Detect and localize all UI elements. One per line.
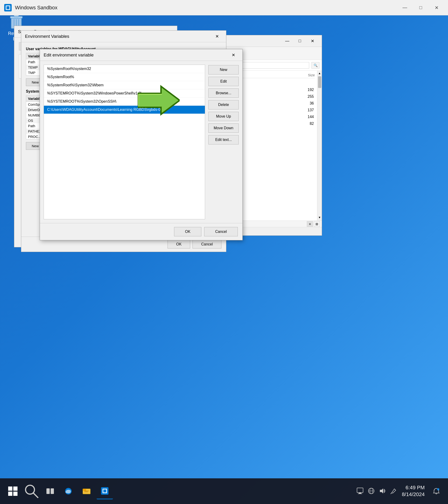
- svg-rect-8: [6, 6, 9, 9]
- edit-env-ok-btn[interactable]: OK: [174, 227, 201, 236]
- fe-scrollbar[interactable]: ▲ ▼: [317, 71, 322, 220]
- edit-env-cancel-btn[interactable]: Cancel: [204, 227, 238, 236]
- volume-icon: [379, 487, 386, 494]
- edit-env-edit-text-btn[interactable]: Edit text...: [208, 135, 239, 144]
- envvars-titlebar: Environment Variables ✕: [21, 31, 226, 42]
- network-icon: [368, 487, 375, 494]
- svg-rect-18: [46, 488, 50, 494]
- fe-row-size: 82: [295, 122, 314, 126]
- fe-scroll-down[interactable]: ▼: [318, 216, 322, 219]
- list-item[interactable]: %SystemRoot%: [44, 73, 205, 81]
- fe-row-size: 192: [295, 88, 314, 92]
- svg-rect-12: [8, 486, 12, 491]
- fe-close-btn[interactable]: ✕: [306, 36, 319, 46]
- svg-line-35: [391, 493, 392, 494]
- list-item[interactable]: %SYSTEMROOT%\System32\WindowsPowerShell\…: [44, 89, 205, 98]
- fe-row-size: 36: [295, 101, 314, 106]
- svg-rect-24: [84, 492, 88, 492]
- svg-text:1: 1: [438, 489, 439, 491]
- list-item[interactable]: C:\Users\WDAGUtilityAccount\Documents\Le…: [44, 106, 205, 114]
- taskbar-pen-btn[interactable]: [390, 487, 397, 495]
- edit-env-close-btn[interactable]: ✕: [228, 50, 239, 60]
- svg-rect-15: [13, 492, 18, 496]
- task-view-icon: [46, 487, 54, 495]
- notification-icon: 1: [433, 487, 440, 495]
- sandbox-close-btn[interactable]: ✕: [429, 2, 444, 14]
- taskbar-task-view-btn[interactable]: [42, 483, 58, 499]
- envvars-close-btn[interactable]: ✕: [212, 32, 222, 41]
- fe-scroll-up[interactable]: ▲: [318, 72, 322, 75]
- fe-row-size: 144: [295, 115, 314, 119]
- edit-env-titlebar: Edit environment variable ✕: [40, 49, 242, 61]
- edit-env-new-btn[interactable]: New: [208, 65, 239, 74]
- edit-env-move-down-btn[interactable]: Move Down: [208, 124, 239, 133]
- taskbar-start-btn[interactable]: [5, 483, 21, 499]
- fe-controls: — □ ✕: [281, 36, 319, 46]
- explorer-icon: [82, 487, 91, 495]
- taskbar-systray: [357, 487, 397, 495]
- taskbar-search-btn[interactable]: [23, 483, 40, 499]
- taskbar-clock[interactable]: 6:49 PM 8/14/2024: [402, 485, 425, 498]
- taskbar-sandbox-btn[interactable]: [97, 483, 113, 499]
- svg-rect-13: [13, 486, 18, 491]
- svg-line-17: [33, 493, 38, 498]
- fe-search-btn[interactable]: 🔍: [311, 62, 320, 69]
- svg-marker-34: [380, 488, 383, 493]
- edit-env-browse-btn[interactable]: Browse...: [208, 89, 239, 98]
- fe-list-view-btn[interactable]: ≡: [307, 221, 313, 227]
- fe-scroll-thumb[interactable]: [318, 76, 321, 88]
- edit-env-content: %SystemRoot%\system32 %SystemRoot% %Syst…: [40, 61, 242, 223]
- edit-env-btns: New Edit Browse... Delete Move Up Move D…: [208, 65, 239, 219]
- edit-env-title: Edit environment variable: [44, 53, 228, 58]
- taskbar-volume-btn[interactable]: [379, 487, 386, 495]
- sandbox-minimize-btn[interactable]: —: [397, 2, 412, 14]
- sandbox-icon: [4, 3, 12, 12]
- edit-env-footer: OK Cancel: [40, 223, 242, 240]
- svg-rect-30: [358, 493, 362, 494]
- taskbar-app-icons: [42, 483, 113, 499]
- edit-env-list: %SystemRoot%\system32 %SystemRoot% %Syst…: [44, 65, 205, 219]
- sandbox-title: Windows Sandbox: [15, 5, 397, 11]
- fe-row-size: 255: [295, 94, 314, 99]
- sandbox-maximize-btn[interactable]: □: [413, 2, 429, 14]
- svg-rect-28: [357, 488, 363, 493]
- taskbar-explorer-btn[interactable]: [78, 483, 95, 499]
- taskbar-desktop-btn[interactable]: [357, 487, 363, 495]
- envvars-ok-btn[interactable]: OK: [167, 240, 190, 249]
- edit-env-delete-btn[interactable]: Delete: [208, 100, 239, 109]
- search-icon: [23, 483, 40, 499]
- list-item[interactable]: %SystemRoot%\system32: [44, 65, 205, 73]
- taskbar-systray-area: 6:49 PM 8/14/2024 1: [357, 483, 443, 499]
- pen-icon: [390, 487, 397, 494]
- taskbar-edge-btn[interactable]: [60, 483, 76, 499]
- edit-env-dialog: Edit environment variable ✕ %SystemRoot%…: [40, 49, 243, 240]
- sandbox-taskbar-icon: [101, 487, 109, 495]
- fe-col-size: Size: [296, 73, 315, 77]
- taskbar-network-btn[interactable]: [368, 487, 375, 495]
- sandbox-titlebar: Windows Sandbox — □ ✕: [0, 0, 448, 15]
- list-item[interactable]: %SYSTEMROOT%\System32\OpenSSH\: [44, 98, 205, 106]
- taskbar: 6:49 PM 8/14/2024 1: [0, 478, 448, 504]
- sandbox-window-controls: — □ ✕: [397, 2, 444, 14]
- fe-row-size: 137: [295, 108, 314, 112]
- list-item[interactable]: %SystemRoot%\System32\Wbem: [44, 81, 205, 89]
- svg-point-16: [26, 485, 35, 494]
- taskbar-date: 8/14/2024: [402, 491, 425, 498]
- svg-rect-22: [83, 489, 86, 491]
- desktop-icon: [357, 487, 363, 494]
- envvars-cancel-btn[interactable]: Cancel: [193, 240, 221, 249]
- envvars-title: Environment Variables: [25, 34, 212, 39]
- svg-rect-27: [103, 489, 106, 492]
- edit-env-edit-btn[interactable]: Edit: [208, 77, 239, 86]
- edit-env-move-up-btn[interactable]: Move Up: [208, 112, 239, 121]
- taskbar-time: 6:49 PM: [402, 485, 425, 491]
- fe-minimize-btn[interactable]: —: [281, 36, 293, 46]
- edge-icon: [64, 487, 72, 495]
- svg-rect-14: [8, 492, 12, 496]
- fe-maximize-btn[interactable]: □: [294, 36, 306, 46]
- taskbar-notification-btn[interactable]: 1: [429, 483, 443, 499]
- svg-rect-29: [359, 493, 361, 493]
- start-icon: [8, 486, 18, 496]
- svg-rect-23: [84, 491, 89, 491]
- fe-grid-view-btn[interactable]: ⊞: [314, 221, 320, 227]
